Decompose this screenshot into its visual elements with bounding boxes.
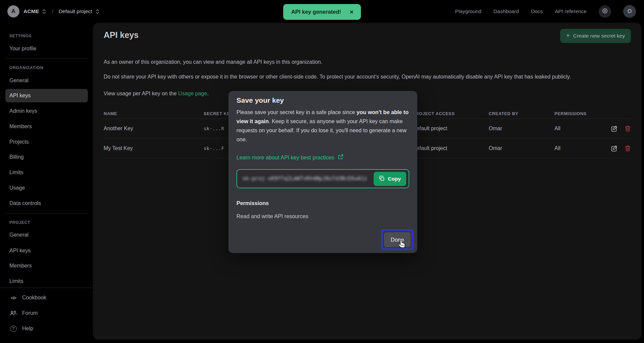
key-project-access: Default project	[413, 126, 489, 132]
external-link-icon	[338, 154, 343, 161]
org-selector[interactable]: ACME	[23, 8, 46, 14]
sidebar-item-admin-keys[interactable]: Admin keys	[5, 103, 88, 119]
help-icon: ?	[9, 326, 17, 332]
col-project-access: PROJECT ACCESS	[413, 111, 489, 116]
sidebar-section-project: PROJECT	[9, 219, 83, 226]
edit-key-icon[interactable]	[611, 145, 618, 152]
toast-notification: API key generated! ×	[283, 4, 361, 20]
nav-docs[interactable]: Docs	[531, 8, 543, 14]
nav-dashboard[interactable]: Dashboard	[493, 8, 519, 14]
project-name: Default project	[59, 8, 92, 14]
chevron-updown-icon	[42, 9, 46, 14]
copy-label: Copy	[388, 176, 401, 182]
toast-close-icon[interactable]: ×	[350, 9, 354, 15]
forum-label: Forum	[22, 310, 38, 316]
sidebar-item-proj-members[interactable]: Members	[5, 258, 88, 274]
plus-icon: +	[566, 32, 570, 39]
org-avatar[interactable]: A	[7, 5, 19, 17]
sidebar-item-help[interactable]: ? Help	[5, 321, 88, 336]
link-label: Learn more about API key best practices	[236, 154, 334, 161]
save-your-key-modal: Save your key Please save your secret ke…	[228, 91, 417, 253]
top-nav: Playground Dashboard Docs API reference …	[455, 0, 636, 23]
code-icon: </>	[9, 295, 17, 300]
page-title: API keys	[104, 30, 139, 40]
col-name: NAME	[104, 111, 204, 116]
help-label: Help	[22, 326, 33, 332]
sidebar-item-org-general[interactable]: General	[5, 73, 88, 88]
col-permissions: PERMISSIONS	[554, 111, 605, 116]
modal-body-text: Please save your secret key in a safe pl…	[236, 109, 357, 115]
create-new-secret-key-button[interactable]: + Create new secret key	[560, 29, 631, 43]
copy-button[interactable]: Copy	[374, 172, 406, 186]
sidebar-item-org-api-keys[interactable]: API keys	[5, 89, 88, 102]
permissions-value: Read and write API resources	[236, 213, 308, 219]
sidebar-item-usage[interactable]: Usage	[5, 180, 88, 196]
intro-paragraph-1: As an owner of this organization, you ca…	[104, 58, 322, 65]
sidebar-section-organization: ORGANIZATION	[9, 64, 83, 71]
sidebar-item-data-controls[interactable]: Data controls	[5, 196, 88, 211]
sidebar-section-settings: SETTINGS	[9, 33, 83, 39]
sidebar-item-projects[interactable]: Projects	[5, 134, 88, 150]
key-created-by: Omar	[489, 145, 554, 151]
project-selector[interactable]: Default project	[59, 8, 100, 14]
create-button-label: Create new secret key	[573, 33, 625, 39]
sidebar: SETTINGS Your profile ORGANIZATION Gener…	[0, 23, 93, 343]
copy-icon	[379, 176, 385, 183]
key-permissions: All	[554, 126, 605, 132]
key-name: My Test Key	[104, 145, 204, 151]
divider	[5, 58, 88, 59]
gear-icon	[601, 7, 608, 16]
done-button[interactable]: Done	[384, 232, 411, 247]
usage-page-link[interactable]: Usage page	[178, 91, 207, 96]
intro-paragraph-2: Do not share your API key with others or…	[104, 73, 571, 80]
nav-api-reference[interactable]: API reference	[555, 8, 587, 14]
secret-key-value-blurred: sk-proj-xK9fTq2LmW7vRh4NpJ8sYd3BcE6uA1zG…	[243, 170, 367, 188]
sidebar-item-forum[interactable]: Forum	[5, 305, 88, 321]
app-window: A ACME / Default project Pl	[0, 0, 644, 343]
breadcrumb: A ACME / Default project	[7, 0, 100, 23]
best-practices-link[interactable]: Learn more about API key best practices	[236, 154, 343, 161]
done-button-focus-ring: Done	[381, 229, 414, 250]
divider	[0, 288, 93, 288]
cookbook-label: Cookbook	[22, 295, 46, 301]
sidebar-item-billing[interactable]: Billing	[5, 149, 88, 165]
user-avatar[interactable]: O	[623, 5, 636, 18]
usage-text-prefix: View usage per API key on the	[104, 91, 178, 96]
key-project-access: Default project	[413, 145, 489, 151]
sidebar-item-org-limits[interactable]: Limits	[5, 165, 88, 180]
key-name: Another Key	[104, 126, 204, 132]
settings-gear-button[interactable]	[599, 5, 611, 18]
toast-message: API key generated!	[291, 9, 341, 15]
modal-body: Please save your secret key in a safe pl…	[236, 108, 410, 144]
secret-key-field[interactable]: sk-proj-xK9fTq2LmW7vRh4NpJ8sYd3BcE6uA1zG…	[236, 169, 409, 188]
key-permissions: All	[554, 145, 605, 151]
delete-key-icon[interactable]	[625, 125, 631, 132]
usage-text-suffix: .	[207, 91, 208, 96]
sidebar-item-proj-api-keys[interactable]: API keys	[5, 243, 88, 258]
permissions-label: Permissions	[236, 200, 269, 206]
nav-playground[interactable]: Playground	[455, 8, 481, 14]
sidebar-item-proj-limits[interactable]: Limits	[5, 274, 88, 289]
sidebar-item-proj-general[interactable]: General	[5, 227, 88, 243]
chevron-updown-icon	[95, 9, 100, 14]
modal-title: Save your key	[236, 96, 284, 104]
sidebar-item-org-members[interactable]: Members	[5, 119, 88, 134]
divider	[5, 213, 88, 213]
breadcrumb-separator: /	[50, 8, 54, 14]
edit-key-icon[interactable]	[611, 125, 618, 132]
delete-key-icon[interactable]	[625, 145, 631, 152]
col-created-by: CREATED BY	[489, 111, 554, 116]
sidebar-item-cookbook[interactable]: </> Cookbook	[5, 290, 88, 305]
people-icon	[9, 310, 17, 316]
key-created-by: Omar	[489, 126, 554, 132]
sidebar-item-your-profile[interactable]: Your profile	[5, 41, 88, 56]
usage-paragraph: View usage per API key on the Usage page…	[104, 90, 209, 97]
org-name: ACME	[23, 8, 39, 14]
